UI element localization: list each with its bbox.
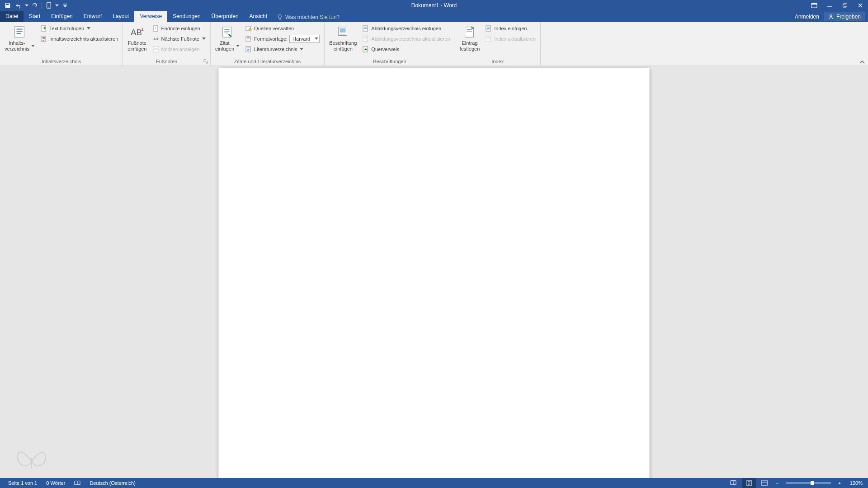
cross-reference-button[interactable]: Querverweis: [360, 44, 452, 54]
chevron-down-icon: [31, 45, 35, 47]
zoom-level[interactable]: 120%: [845, 480, 864, 486]
manage-sources-button[interactable]: Quellen verwalten: [243, 23, 321, 33]
update-tof-icon: [362, 35, 369, 42]
sign-in-link[interactable]: Anmelden: [795, 14, 819, 20]
update-toc-icon: [40, 35, 47, 42]
tell-me-search[interactable]: Was möchten Sie tun?: [273, 12, 344, 22]
svg-point-19: [249, 28, 251, 31]
insert-index-button[interactable]: Index einfügen: [483, 23, 538, 33]
next-footnote-label: Nächste Fußnote: [161, 36, 199, 42]
svg-text:1: 1: [142, 27, 144, 32]
tell-me-placeholder: Was möchten Sie tun?: [285, 14, 340, 20]
undo-dropdown[interactable]: [24, 1, 29, 10]
style-icon: [245, 35, 252, 42]
status-proofing[interactable]: [70, 480, 85, 486]
cross-reference-label: Querverweis: [371, 47, 399, 52]
mark-entry-button[interactable]: Eintrag festlegen: [458, 23, 482, 52]
status-page[interactable]: Seite 1 von 1: [4, 480, 42, 486]
add-text-button[interactable]: Text hinzufügen: [38, 23, 120, 33]
update-index-icon: [485, 35, 492, 42]
tab-file[interactable]: Datei: [0, 11, 24, 22]
manage-sources-icon: [245, 25, 252, 32]
update-index-label: Index aktualisieren: [494, 36, 536, 42]
zoom-slider[interactable]: [786, 482, 831, 484]
group-citations-label: Zitate und Literaturverzeichnis: [211, 58, 324, 66]
insert-endnote-label: Endnote einfügen: [161, 26, 200, 31]
title-bar: Dokument1 - Word: [0, 0, 868, 11]
bibliography-icon: [245, 46, 252, 53]
update-toc-button[interactable]: Inhaltsverzeichnis aktualisieren: [38, 34, 120, 44]
save-button[interactable]: [3, 1, 13, 10]
touch-mode-dropdown[interactable]: [55, 1, 59, 10]
tab-references[interactable]: Verweise: [134, 11, 167, 22]
document-workspace[interactable]: [0, 66, 868, 478]
status-language[interactable]: Deutsch (Österreich): [85, 480, 140, 486]
group-index-label: Index: [455, 58, 540, 66]
share-button[interactable]: Freigeben: [824, 12, 865, 21]
zoom-thumb[interactable]: [811, 481, 814, 485]
svg-point-6: [830, 14, 832, 16]
undo-button[interactable]: [14, 1, 24, 10]
group-citations: Zitat einfügen Quellen verwalten Formatv…: [211, 22, 325, 66]
toc-label: Inhalts- verzeichnis: [5, 40, 29, 52]
group-footnotes-label: Fußnoten: [156, 59, 177, 64]
redo-button[interactable]: [30, 1, 40, 10]
next-footnote-button[interactable]: AB1 Nächste Fußnote: [151, 34, 208, 44]
share-label: Freigeben: [836, 14, 861, 20]
tab-layout[interactable]: Layout: [107, 11, 134, 22]
svg-rect-7: [14, 27, 24, 38]
touch-mode-button[interactable]: [44, 1, 54, 10]
update-index-button: Index aktualisieren: [483, 34, 538, 44]
maximize-button[interactable]: [837, 0, 853, 11]
chevron-down-icon: [236, 45, 240, 47]
insert-index-label: Index einfügen: [494, 26, 527, 31]
group-footnotes: AB1 Fußnote einfügen i Endnote einfügen …: [123, 22, 211, 66]
tab-view[interactable]: Ansicht: [244, 11, 273, 22]
crossref-icon: [362, 46, 369, 53]
insert-tof-button[interactable]: Abbildungsverzeichnis einfügen: [360, 23, 452, 33]
view-print-layout-button[interactable]: [742, 478, 756, 488]
tab-insert[interactable]: Einfügen: [46, 11, 78, 22]
close-button[interactable]: [853, 0, 868, 11]
toc-button[interactable]: Inhalts- verzeichnis: [3, 23, 37, 52]
status-words[interactable]: 0 Wörter: [42, 480, 70, 486]
group-captions-label: Beschriftungen: [325, 58, 454, 66]
bibliography-button[interactable]: Literaturverzeichnis: [243, 44, 321, 54]
window-title: Dokument1 - Word: [411, 2, 457, 9]
view-web-layout-button[interactable]: [758, 478, 771, 488]
tab-start[interactable]: Start: [24, 11, 46, 22]
zoom-in-button[interactable]: +: [835, 480, 844, 486]
insert-citation-label: Zitat einfügen: [215, 40, 234, 52]
tab-review[interactable]: Überprüfen: [206, 11, 244, 22]
ribbon-display-options-button[interactable]: [807, 0, 822, 11]
insert-footnote-button[interactable]: AB1 Fußnote einfügen: [126, 23, 148, 52]
view-read-mode-button[interactable]: [727, 478, 741, 488]
footnotes-dialog-launcher[interactable]: [203, 58, 209, 65]
add-text-label: Text hinzufügen: [49, 26, 84, 31]
svg-rect-3: [811, 3, 817, 5]
collapse-ribbon-button[interactable]: [859, 60, 865, 65]
bibliography-label: Literaturverzeichnis: [254, 47, 297, 52]
window-controls: [807, 0, 868, 11]
insert-caption-button[interactable]: Beschriftung einfügen: [327, 23, 359, 52]
group-captions: Beschriftung einfügen Abbildungsverzeich…: [325, 22, 455, 66]
ribbon: Inhalts- verzeichnis Text hinzufügen Inh…: [0, 22, 868, 66]
footnote-icon: AB1: [130, 24, 144, 40]
insert-citation-button[interactable]: Zitat einfügen: [213, 23, 241, 52]
svg-rect-20: [246, 37, 250, 41]
svg-text:1: 1: [157, 36, 159, 39]
tab-mailings[interactable]: Sendungen: [167, 11, 206, 22]
tab-design[interactable]: Entwurf: [78, 11, 108, 22]
customize-qat-button[interactable]: [60, 1, 70, 10]
svg-rect-5: [844, 3, 847, 6]
minimize-button[interactable]: [822, 0, 837, 11]
next-footnote-icon: AB1: [152, 35, 160, 42]
caption-icon: [336, 24, 350, 40]
group-index: Eintrag festlegen Index einfügen Index a…: [455, 22, 541, 66]
citation-style-combo[interactable]: Harvard: [289, 35, 320, 43]
insert-endnote-button[interactable]: i Endnote einfügen: [151, 23, 208, 33]
document-page[interactable]: [219, 68, 650, 478]
manage-sources-label: Quellen verwalten: [254, 26, 294, 31]
svg-rect-31: [761, 481, 768, 485]
zoom-out-button[interactable]: −: [773, 480, 781, 486]
